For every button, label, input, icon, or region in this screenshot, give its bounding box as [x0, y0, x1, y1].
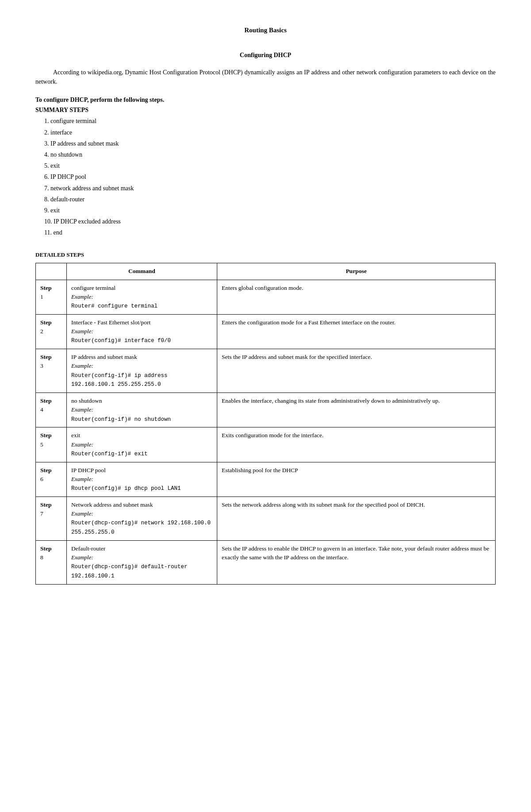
table-cell-command: Interface - Fast Ethernet slot/portExamp…	[67, 314, 217, 349]
table-cell-purpose: Enters global configuration mode.	[217, 280, 496, 314]
table-cell-purpose: Sets the network address along with its …	[217, 496, 496, 540]
col-header-command: Command	[67, 263, 217, 280]
col-header-purpose: Purpose	[217, 263, 496, 280]
summary-list-item: 8. default-router	[44, 194, 496, 205]
col-header-step	[36, 263, 67, 280]
table-cell-purpose: Sets the IP address to enable the DHCP t…	[217, 540, 496, 584]
table-row: Step1configure terminalExample:Router# c…	[36, 280, 496, 314]
summary-list-item: 9. exit	[44, 205, 496, 216]
table-cell-purpose: Sets the IP address and subnet mask for …	[217, 349, 496, 393]
steps-table: Command Purpose Step1configure terminalE…	[35, 263, 496, 585]
summary-list-item: 11. end	[44, 227, 496, 238]
table-cell-step: Step6	[36, 462, 67, 496]
summary-list-item: 1. configure terminal	[44, 115, 496, 127]
table-cell-command: configure terminalExample:Router# config…	[67, 280, 217, 314]
table-cell-command: Network address and subnet maskExample:R…	[67, 496, 217, 540]
detailed-label: DETAILED STEPS	[35, 251, 496, 258]
table-cell-step: Step2	[36, 314, 67, 349]
table-row: Step3IP address and subnet maskExample:R…	[36, 349, 496, 393]
table-cell-purpose: Establishing pool for the DHCP	[217, 462, 496, 496]
table-row: Step6IP DHCP poolExample:Router(config)#…	[36, 462, 496, 496]
table-cell-purpose: Enters the configuration mode for a Fast…	[217, 314, 496, 349]
table-cell-command: no shutdownExample:Router(config-if)# no…	[67, 393, 217, 427]
table-cell-step: Step7	[36, 496, 67, 540]
table-cell-step: Step8	[36, 540, 67, 584]
table-cell-step: Step3	[36, 349, 67, 393]
page-title: Routing Basics	[35, 27, 496, 34]
table-cell-step: Step5	[36, 427, 67, 462]
table-cell-command: Default-routerExample:Router(dhcp-config…	[67, 540, 217, 584]
section-title: Configuring DHCP	[35, 52, 496, 59]
table-row: Step7Network address and subnet maskExam…	[36, 496, 496, 540]
table-row: Step5exitExample:Router(config-if)# exit…	[36, 427, 496, 462]
table-cell-step: Step1	[36, 280, 67, 314]
table-row: Step2Interface - Fast Ethernet slot/port…	[36, 314, 496, 349]
summary-list-item: 6. IP DHCP pool	[44, 171, 496, 182]
summary-list-item: 5. exit	[44, 160, 496, 171]
table-cell-purpose: Exits configuration mode for the interfa…	[217, 427, 496, 462]
summary-list-item: 7. network address and subnet mask	[44, 183, 496, 194]
summary-label: SUMMARY STEPS	[35, 107, 496, 114]
table-cell-purpose: Enables the interface, changing its stat…	[217, 393, 496, 427]
summary-list-item: 4. no shutdown	[44, 149, 496, 160]
intro-paragraph: According to wikipedia.org, Dynamic Host…	[35, 68, 496, 86]
table-cell-command: IP address and subnet maskExample:Router…	[67, 349, 217, 393]
table-cell-command: exitExample:Router(config-if)# exit	[67, 427, 217, 462]
summary-list-item: 3. IP address and subnet mask	[44, 138, 496, 149]
summary-list: 1. configure terminal2. interface3. IP a…	[44, 115, 496, 238]
table-cell-command: IP DHCP poolExample:Router(config)# ip d…	[67, 462, 217, 496]
table-row: Step8Default-routerExample:Router(dhcp-c…	[36, 540, 496, 584]
table-cell-step: Step4	[36, 393, 67, 427]
steps-intro: To configure DHCP, perform the following…	[35, 95, 496, 105]
table-row: Step4no shutdownExample:Router(config-if…	[36, 393, 496, 427]
summary-list-item: 10. IP DHCP excluded address	[44, 216, 496, 227]
summary-list-item: 2. interface	[44, 127, 496, 138]
